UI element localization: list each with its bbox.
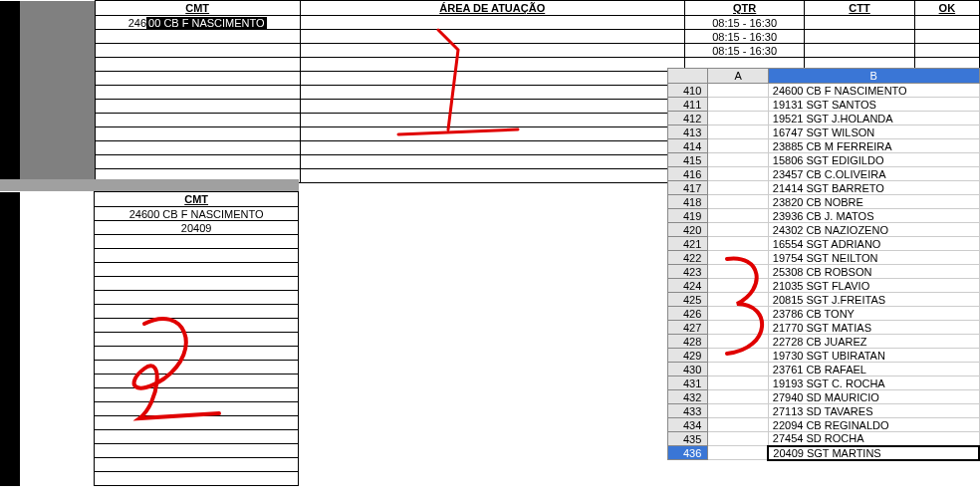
sheet2-cell-cmt[interactable] bbox=[95, 249, 299, 263]
sheet3-cell-b[interactable]: 23936 CB J. MATOS bbox=[768, 209, 979, 223]
sheet3-cell-a[interactable] bbox=[708, 153, 768, 167]
sheet2-row[interactable] bbox=[0, 305, 299, 319]
sheet3-row[interactable]: 42024302 CB NAZIOZENO bbox=[668, 223, 980, 237]
sheet3-row-header[interactable]: 433 bbox=[668, 404, 708, 418]
sheet3-cell-a[interactable] bbox=[708, 446, 768, 460]
sheet3-cell-a[interactable] bbox=[708, 349, 768, 363]
sheet3-cell-a[interactable] bbox=[708, 390, 768, 404]
sheet2-cell-cmt[interactable] bbox=[95, 458, 299, 472]
sheet2-table[interactable]: CMT 24600 CB F NASCIMENTO20409 bbox=[0, 191, 299, 486]
sheet3-row-header[interactable]: 430 bbox=[668, 363, 708, 376]
sheet1-cell-area[interactable] bbox=[300, 44, 684, 58]
sheet2-row[interactable] bbox=[0, 235, 299, 249]
sheet1-cell-ok[interactable] bbox=[914, 44, 979, 58]
sheet2-cell-cmt[interactable]: 24600 CB F NASCIMENTO bbox=[95, 207, 299, 221]
sheet3-row[interactable]: 41423885 CB M FERREIRA bbox=[668, 139, 980, 153]
sheet3-cell-a[interactable] bbox=[708, 293, 768, 307]
sheet3-cell-b[interactable]: 27454 SD ROCHA bbox=[768, 432, 979, 446]
sheet3-cell-a[interactable] bbox=[708, 223, 768, 237]
sheet3-cell-a[interactable] bbox=[708, 279, 768, 293]
sheet3-cell-a[interactable] bbox=[708, 321, 768, 335]
sheet2-cell-cmt[interactable] bbox=[95, 430, 299, 444]
sheet3-cell-b[interactable]: 19521 SGT J.HOLANDA bbox=[768, 112, 979, 125]
sheet3-cell-b[interactable]: 22094 CB REGINALDO bbox=[768, 418, 979, 432]
sheet3-cell-a[interactable] bbox=[708, 363, 768, 376]
sheet2-cell-cmt[interactable] bbox=[95, 361, 299, 375]
sheet2-cell-cmt[interactable] bbox=[95, 263, 299, 277]
sheet3-row[interactable]: 41515806 SGT EDIGILDO bbox=[668, 153, 980, 167]
sheet3-row[interactable]: 41219521 SGT J.HOLANDA bbox=[668, 112, 980, 125]
sheet2-row[interactable]: 24600 CB F NASCIMENTO bbox=[0, 207, 299, 221]
sheet3-cell-b[interactable]: 23786 CB TONY bbox=[768, 307, 979, 321]
sheet3-cell-a[interactable] bbox=[708, 112, 768, 125]
sheet3-cell-a[interactable] bbox=[708, 125, 768, 139]
sheet3-cell-a[interactable] bbox=[708, 376, 768, 390]
sheet3-row[interactable]: 42325308 CB ROBSON bbox=[668, 265, 980, 279]
sheet3-cell-b[interactable]: 24302 CB NAZIOZENO bbox=[768, 223, 979, 237]
sheet3-cell-b[interactable]: 22728 CB JUAREZ bbox=[768, 335, 979, 349]
sheet1-cell-cmt[interactable]: 24600 CB F NASCIMENTO bbox=[95, 16, 300, 30]
sheet1-cell-ok[interactable] bbox=[914, 30, 979, 44]
sheet2-row[interactable] bbox=[0, 361, 299, 375]
sheet3-header-a[interactable]: A bbox=[708, 69, 768, 84]
sheet3-cell-a[interactable] bbox=[708, 265, 768, 279]
sheet2-cell-cmt[interactable] bbox=[95, 347, 299, 361]
sheet3-row-header[interactable]: 432 bbox=[668, 390, 708, 404]
sheet3-row[interactable]: 42219754 SGT NEILTON bbox=[668, 251, 980, 265]
sheet3-cell-b[interactable]: 20815 SGT J.FREITAS bbox=[768, 293, 979, 307]
sheet3-cell-a[interactable] bbox=[708, 181, 768, 195]
sheet2-row[interactable] bbox=[0, 347, 299, 361]
sheet3-cell-b[interactable]: 19131 SGT SANTOS bbox=[768, 98, 979, 112]
sheet2-row[interactable]: 20409 bbox=[0, 221, 299, 235]
sheet3-row[interactable]: 42721770 SGT MATIAS bbox=[668, 321, 980, 335]
sheet3-row-header[interactable]: 435 bbox=[668, 432, 708, 446]
sheet2-cell-cmt[interactable]: 20409 bbox=[95, 221, 299, 235]
sheet3-row[interactable]: 41024600 CB F NASCIMENTO bbox=[668, 84, 980, 98]
sheet3-row[interactable]: 41623457 CB C.OLIVEIRA bbox=[668, 167, 980, 181]
sheet3-row-header[interactable]: 423 bbox=[668, 265, 708, 279]
sheet2-cell-cmt[interactable] bbox=[95, 333, 299, 347]
sheet3-cell-b[interactable]: 23885 CB M FERREIRA bbox=[768, 139, 979, 153]
sheet3-cell-b[interactable]: 23457 CB C.OLIVEIRA bbox=[768, 167, 979, 181]
sheet3-cell-a[interactable] bbox=[708, 195, 768, 209]
sheet3-row-header[interactable]: 420 bbox=[668, 223, 708, 237]
sheet3-row-header[interactable]: 434 bbox=[668, 418, 708, 432]
sheet3-row[interactable]: 41316747 SGT WILSON bbox=[668, 125, 980, 139]
sheet1-row[interactable]: 24600 CB F NASCIMENTO08:15 - 16:30 bbox=[0, 16, 980, 30]
sheet1-cell-ctt[interactable] bbox=[805, 30, 914, 44]
sheet3-row-header[interactable]: 436 bbox=[668, 446, 708, 460]
sheet1-cell-ctt[interactable] bbox=[805, 16, 914, 30]
sheet3-row[interactable]: 43327113 SD TAVARES bbox=[668, 404, 980, 418]
sheet1-cell-cmt[interactable] bbox=[95, 30, 300, 44]
sheet3-row[interactable]: 42623786 CB TONY bbox=[668, 307, 980, 321]
sheet3-cell-b[interactable]: 20409 SGT MARTINS bbox=[768, 446, 979, 460]
sheet1-header-ctt[interactable]: CTT bbox=[805, 1, 914, 16]
sheet3-row[interactable]: 41119131 SGT SANTOS bbox=[668, 98, 980, 112]
sheet3-row[interactable]: 41823820 CB NOBRE bbox=[668, 195, 980, 209]
sheet3-cell-a[interactable] bbox=[708, 237, 768, 251]
sheet3-row-header[interactable]: 427 bbox=[668, 321, 708, 335]
sheet3-cell-a[interactable] bbox=[708, 335, 768, 349]
sheet3-cell-a[interactable] bbox=[708, 98, 768, 112]
sheet3-row-header[interactable]: 422 bbox=[668, 251, 708, 265]
sheet3-cell-b[interactable]: 16747 SGT WILSON bbox=[768, 125, 979, 139]
sheet3-cell-b[interactable]: 27113 SD TAVARES bbox=[768, 404, 979, 418]
sheet3-table[interactable]: A B 41024600 CB F NASCIMENTO41119131 SGT… bbox=[667, 68, 980, 461]
sheet3-row-header[interactable]: 421 bbox=[668, 237, 708, 251]
sheet3-row[interactable]: 43119193 SGT C. ROCHA bbox=[668, 376, 980, 390]
sheet3-row-header[interactable]: 413 bbox=[668, 125, 708, 139]
sheet3-row[interactable]: 42919730 SGT UBIRATAN bbox=[668, 349, 980, 363]
sheet2-row[interactable] bbox=[0, 458, 299, 472]
sheet2-cell-cmt[interactable] bbox=[95, 402, 299, 416]
sheet3-row-header[interactable]: 424 bbox=[668, 279, 708, 293]
sheet2-row[interactable] bbox=[0, 444, 299, 458]
sheet3-corner[interactable] bbox=[668, 69, 708, 84]
sheet1-row[interactable]: 08:15 - 16:30 bbox=[0, 30, 980, 44]
sheet3-cell-a[interactable] bbox=[708, 251, 768, 265]
sheet3-row-header[interactable]: 416 bbox=[668, 167, 708, 181]
sheet3-row[interactable]: 43023761 CB RAFAEL bbox=[668, 363, 980, 376]
sheet2-row[interactable] bbox=[0, 277, 299, 291]
sheet2-row[interactable] bbox=[0, 333, 299, 347]
sheet1-cell-area[interactable] bbox=[300, 16, 684, 30]
sheet3-cell-b[interactable]: 24600 CB F NASCIMENTO bbox=[768, 84, 979, 98]
